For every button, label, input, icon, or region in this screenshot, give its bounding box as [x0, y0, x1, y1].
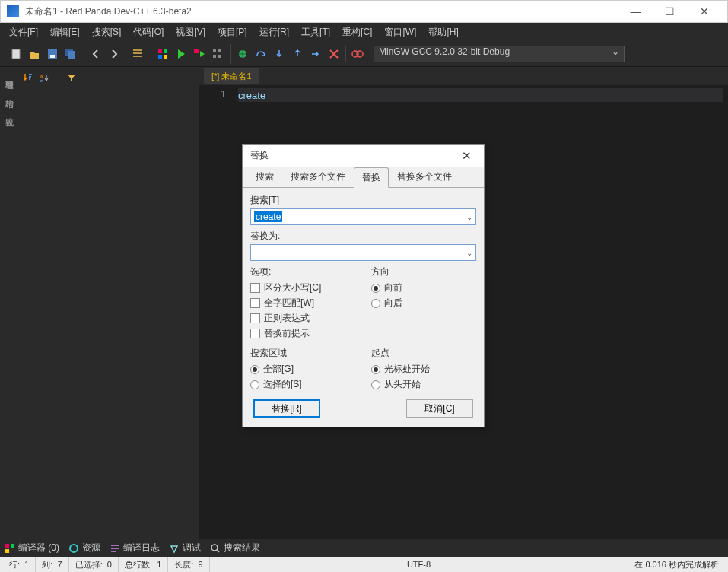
window-titlebar: 未命名1 - Red Panda Dev-C++ 6.3-beta2 — ☐ ✕ — [0, 0, 728, 23]
svg-rect-20 — [11, 544, 14, 548]
svg-rect-7 — [158, 55, 162, 59]
side-tab-project[interactable]: 项目管理 — [0, 70, 17, 79]
menu-help[interactable]: 帮助[H] — [422, 24, 464, 41]
gutter: 1 — [199, 85, 234, 539]
editor-tab-strip: [*] 未命名1 — [199, 67, 728, 85]
replace-dialog: 替换 ✕ 搜索 搜索多个文件 替换 替换多个文件 搜索[T] create ⌄ … — [242, 144, 485, 427]
search-label: 搜索[T] — [250, 194, 476, 207]
svg-rect-11 — [218, 49, 221, 52]
svg-rect-4 — [68, 51, 75, 59]
breakpoint-icon[interactable] — [349, 46, 366, 62]
dir-backward[interactable]: 向后 — [371, 297, 477, 310]
sort-down-icon[interactable] — [21, 72, 33, 84]
svg-rect-5 — [158, 49, 162, 53]
status-parse: 在 0.016 秒内完成解析 — [628, 557, 725, 572]
line-number: 1 — [199, 88, 226, 100]
bottom-tab-compiler[interactable]: 编译器 (0) — [5, 542, 59, 555]
new-file-icon[interactable] — [8, 46, 24, 62]
side-panel: az — [17, 67, 199, 539]
origin-start[interactable]: 从头开始 — [371, 378, 477, 391]
menu-edit[interactable]: 编辑[E] — [44, 24, 86, 41]
bottom-tab-debug[interactable]: 调试 — [169, 542, 201, 555]
compile-run-icon[interactable] — [191, 46, 208, 62]
step-over-icon[interactable] — [253, 46, 269, 62]
status-col: 列: 7 — [36, 557, 68, 572]
run-icon[interactable] — [173, 46, 189, 62]
save-all-icon[interactable] — [62, 46, 79, 62]
bottom-tab-log[interactable]: 编译日志 — [110, 542, 160, 555]
filter-icon[interactable] — [65, 72, 78, 84]
close-button[interactable]: ✕ — [687, 1, 721, 22]
app-icon — [7, 5, 19, 17]
svg-rect-9 — [194, 49, 199, 53]
chevron-down-icon: ⌄ — [466, 213, 472, 221]
svg-rect-10 — [213, 49, 216, 52]
svg-rect-8 — [164, 55, 167, 59]
dialog-tab-replace[interactable]: 替换 — [354, 167, 389, 188]
dir-forward[interactable]: 向前 — [371, 281, 477, 294]
sort-az-icon[interactable]: az — [38, 72, 50, 84]
status-encoding: UTF-8 — [401, 557, 437, 572]
maximize-button[interactable]: ☐ — [653, 1, 687, 22]
bottom-tab-strip: 编译器 (0) 资源 编译日志 调试 搜索结果 — [0, 539, 728, 557]
status-bar: 行: 1 列: 7 已选择: 0 总行数: 1 长度: 9 UTF-8 在 0.… — [0, 557, 728, 572]
option-wholeword[interactable]: 全字匹配[W] — [250, 297, 356, 310]
status-total: 总行数: 1 — [119, 557, 168, 572]
indent-icon[interactable] — [129, 46, 146, 62]
dialog-tab-strip: 搜索 搜索多个文件 替换 替换多个文件 — [243, 167, 484, 187]
editor-tab[interactable]: [*] 未命名1 — [204, 68, 259, 84]
compile-icon[interactable] — [154, 46, 171, 62]
minimize-button[interactable]: — — [618, 1, 653, 22]
options-title: 选项: — [250, 265, 356, 278]
option-prompt[interactable]: 替换前提示 — [250, 327, 356, 340]
scope-all[interactable]: 全部[G] — [250, 363, 356, 376]
debug-icon[interactable] — [234, 46, 251, 62]
step-out-icon[interactable] — [289, 46, 306, 62]
dialog-tab-search[interactable]: 搜索 — [247, 167, 282, 187]
menu-code[interactable]: 代码[O] — [127, 24, 170, 41]
dialog-titlebar: 替换 ✕ — [243, 145, 484, 167]
menu-view[interactable]: 视图[V] — [170, 24, 211, 41]
search-input[interactable]: create ⌄ — [250, 208, 476, 225]
menu-project[interactable]: 项目[P] — [211, 24, 253, 41]
menu-file[interactable]: 文件[F] — [3, 24, 44, 41]
menu-run[interactable]: 运行[R] — [253, 24, 295, 41]
menu-search[interactable]: 搜索[S] — [86, 24, 128, 41]
svg-rect-19 — [5, 544, 9, 548]
option-case[interactable]: 区分大小写[C] — [250, 281, 356, 294]
back-icon[interactable] — [87, 46, 104, 62]
origin-cursor[interactable]: 光标处开始 — [371, 363, 477, 376]
menu-tools[interactable]: 工具[T] — [295, 24, 336, 41]
code-token: create — [238, 90, 265, 101]
dialog-tab-search-multi[interactable]: 搜索多个文件 — [282, 167, 354, 187]
dialog-tab-replace-multi[interactable]: 替换多个文件 — [389, 167, 460, 187]
scope-selection[interactable]: 选择的[S] — [250, 378, 356, 391]
replace-button[interactable]: 替换[R] — [253, 399, 320, 418]
bottom-tab-resource[interactable]: 资源 — [68, 542, 100, 555]
compiler-select[interactable]: MinGW GCC 9.2.0 32-bit Debug ⌄ — [374, 46, 625, 62]
open-file-icon[interactable] — [26, 46, 43, 62]
menu-bar: 文件[F] 编辑[E] 搜索[S] 代码[O] 视图[V] 项目[P] 运行[R… — [0, 23, 728, 41]
svg-rect-2 — [50, 55, 55, 58]
replace-input[interactable]: ⌄ — [250, 244, 476, 261]
option-regex[interactable]: 正则表达式 — [250, 312, 356, 325]
side-tab-strip: 项目管理 结构 监视 — [0, 67, 17, 539]
chevron-down-icon: ⌄ — [612, 46, 619, 57]
forward-icon[interactable] — [106, 46, 122, 62]
continue-icon[interactable] — [307, 46, 324, 62]
status-sel: 已选择: 0 — [69, 557, 119, 572]
toolbar: MinGW GCC 9.2.0 32-bit Debug ⌄ — [0, 41, 728, 67]
dialog-close-icon[interactable]: ✕ — [457, 149, 476, 163]
side-tab-structure[interactable]: 结构 — [0, 88, 17, 97]
step-into-icon[interactable] — [271, 46, 288, 62]
cancel-button[interactable]: 取消[C] — [406, 399, 473, 418]
save-icon[interactable] — [44, 46, 61, 62]
menu-refactor[interactable]: 重构[C] — [336, 24, 378, 41]
svg-rect-6 — [164, 49, 167, 53]
menu-window[interactable]: 窗口[W] — [378, 24, 422, 41]
rebuild-icon[interactable] — [209, 46, 226, 62]
origin-title: 起点 — [371, 347, 477, 360]
bottom-tab-search[interactable]: 搜索结果 — [210, 542, 260, 555]
side-tab-watch[interactable]: 监视 — [0, 106, 17, 116]
stop-icon[interactable] — [326, 46, 342, 62]
